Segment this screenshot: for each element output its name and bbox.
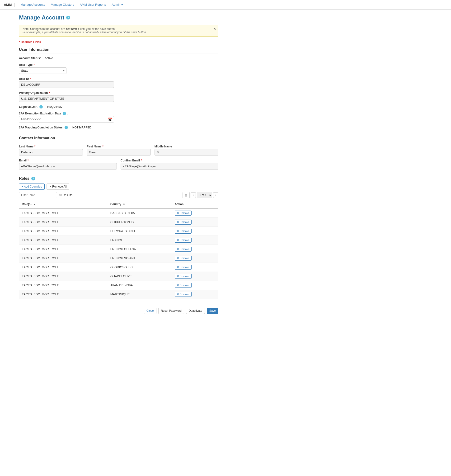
last-name-input[interactable] <box>19 149 83 156</box>
colon: : <box>67 112 68 115</box>
note-text-after: until you hit the save button. <box>79 27 116 31</box>
filter-row: 10 Results ⊞ ‹ 1 of 1 › <box>19 192 218 198</box>
middle-name-label: Middle Name <box>155 145 172 148</box>
prev-page-button[interactable]: ‹ <box>191 192 196 198</box>
note-box: × Note: Changes to the account are not s… <box>19 25 218 37</box>
last-name-label: Last Name <box>19 145 33 148</box>
column-header-country: Country ⇕ <box>107 200 172 208</box>
calendar-icon[interactable]: 📅 <box>108 118 112 121</box>
middle-name-field: Middle Name <box>155 145 218 156</box>
remove-button[interactable]: ✕ Remove <box>175 292 192 297</box>
table-header-row: Role(s) ▲ Country ⇕ Action <box>19 200 218 208</box>
role-cell: FACTS_SDC_MGR_ROLE <box>19 218 107 227</box>
add-countries-button[interactable]: + Add Countries <box>19 183 45 190</box>
action-cell: ✕ Remove <box>172 290 218 299</box>
remove-button[interactable]: ✕ Remove <box>175 256 192 261</box>
role-cell: FACTS_SDC_MGR_ROLE <box>19 254 107 263</box>
role-cell: FACTS_SDC_MGR_ROLE <box>19 245 107 254</box>
sort-both-icon[interactable]: ⇕ <box>123 203 125 206</box>
page-title-help-icon[interactable]: ? <box>66 16 70 19</box>
remove-button[interactable]: ✕ Remove <box>175 211 192 216</box>
twofa-exemption-date-input[interactable] <box>19 116 114 123</box>
note-close-button[interactable]: × <box>214 27 216 31</box>
user-type-label: User Type <box>19 63 32 67</box>
note-italic-text: - For example, if you affiliate someone,… <box>23 31 147 34</box>
user-info-section-title: User Information <box>19 48 218 53</box>
table-row: FACTS_SDC_MGR_ROLE FRENCH GUIANA ✕ Remov… <box>19 245 218 254</box>
remove-button[interactable]: ✕ Remove <box>175 247 192 252</box>
next-page-button[interactable]: › <box>213 192 218 198</box>
twofa-exemption-label: 2FA Exemption Expiration Date <box>19 112 61 115</box>
country-cell: GLORIOSO ISS <box>107 263 172 272</box>
twofa-mapping-info-icon[interactable]: i <box>65 126 68 129</box>
colon-sep2: : <box>70 126 70 129</box>
close-button[interactable]: Close <box>144 308 157 314</box>
primary-org-input[interactable] <box>19 95 114 102</box>
remove-button[interactable]: ✕ Remove <box>175 283 192 288</box>
nav-brand: AMM <box>4 3 15 7</box>
grid-view-button[interactable]: ⊞ <box>182 192 190 198</box>
email-fields-row: Email * Confirm Email * <box>19 159 218 173</box>
deactivate-button[interactable]: Deactivate <box>186 308 205 314</box>
role-cell: FACTS_SDC_MGR_ROLE <box>19 208 107 218</box>
role-cell: FACTS_SDC_MGR_ROLE <box>19 272 107 281</box>
role-cell: FACTS_SDC_MGR_ROLE <box>19 290 107 299</box>
email-field: Email * <box>19 159 117 169</box>
remove-all-button[interactable]: ✕ Remove All <box>47 183 69 190</box>
user-type-select-wrap: State ▾ <box>19 67 66 74</box>
table-row: FACTS_SDC_MGR_ROLE BASSAS D INDIA ✕ Remo… <box>19 208 218 218</box>
nav-manage-accounts[interactable]: Manage Accounts <box>18 3 48 6</box>
country-cell: EUROPA ISLAND <box>107 227 172 236</box>
filter-table-input[interactable] <box>19 192 57 198</box>
roles-table: Role(s) ▲ Country ⇕ Action FACTS_SDC_MGR… <box>19 200 218 299</box>
required-fields-note: Required Fields <box>19 40 218 44</box>
role-cell: FACTS_SDC_MGR_ROLE <box>19 227 107 236</box>
save-button[interactable]: Save <box>207 308 218 314</box>
login-2fa-label: Login via 2FA <box>19 105 38 108</box>
date-input-wrap: 📅 <box>19 116 114 123</box>
nav-bar: AMM Manage Accounts Manage Clusters AMM … <box>0 0 451 10</box>
last-name-required: * <box>34 145 36 148</box>
footer-buttons: Close Reset Password Deactivate Save <box>19 304 218 314</box>
column-header-roles: Role(s) ▲ <box>19 200 107 208</box>
user-type-select[interactable]: State <box>19 67 66 74</box>
nav-admin-dropdown[interactable]: Admin ▾ <box>109 3 126 6</box>
user-id-label: User ID <box>19 77 29 81</box>
pagination-wrap: ⊞ ‹ 1 of 1 › <box>182 192 218 198</box>
email-input[interactable] <box>19 163 117 169</box>
role-cell: FACTS_SDC_MGR_ROLE <box>19 236 107 245</box>
column-header-action: Action <box>172 200 218 208</box>
nav-amm-user-reports[interactable]: AMM User Reports <box>77 3 109 6</box>
remove-button[interactable]: ✕ Remove <box>175 229 192 234</box>
twofa-exemption-info-icon[interactable]: i <box>63 112 66 115</box>
roles-help-icon[interactable]: ? <box>31 177 35 181</box>
name-fields-row: Last Name * First Name * Middle Name <box>19 145 218 159</box>
first-name-input[interactable] <box>87 149 150 156</box>
remove-button[interactable]: ✕ Remove <box>175 265 192 270</box>
login-2fa-info-icon[interactable]: i <box>39 105 43 108</box>
country-cell: MARTINIQUE <box>107 290 172 299</box>
twofa-mapping-field: 2FA Mapping Completion Status i : NOT MA… <box>19 126 218 129</box>
country-cell: BASSAS D INDIA <box>107 208 172 218</box>
sort-asc-icon[interactable]: ▲ <box>33 203 36 206</box>
account-status-value: Active <box>45 56 53 60</box>
user-id-input[interactable] <box>19 81 114 88</box>
middle-name-input[interactable] <box>155 149 218 156</box>
roles-toolbar: + Add Countries ✕ Remove All <box>19 183 218 190</box>
page-select[interactable]: 1 of 1 <box>197 192 212 198</box>
action-cell: ✕ Remove <box>172 272 218 281</box>
user-id-required-marker: * <box>30 77 31 81</box>
chevron-down-icon: ▾ <box>121 3 123 6</box>
table-row: FACTS_SDC_MGR_ROLE GUADELOUPE ✕ Remove <box>19 272 218 281</box>
confirm-email-label: Confirm Email <box>121 159 140 162</box>
user-type-field: User Type * State ▾ <box>19 63 218 74</box>
remove-button[interactable]: ✕ Remove <box>175 238 192 243</box>
action-cell: ✕ Remove <box>172 254 218 263</box>
results-count: 10 Results <box>59 194 72 197</box>
twofa-mapping-label: 2FA Mapping Completion Status <box>19 126 63 129</box>
confirm-email-input[interactable] <box>121 163 218 169</box>
remove-button[interactable]: ✕ Remove <box>175 274 192 279</box>
nav-manage-clusters[interactable]: Manage Clusters <box>48 3 77 6</box>
remove-button[interactable]: ✕ Remove <box>175 219 192 225</box>
reset-password-button[interactable]: Reset Password <box>158 308 184 314</box>
